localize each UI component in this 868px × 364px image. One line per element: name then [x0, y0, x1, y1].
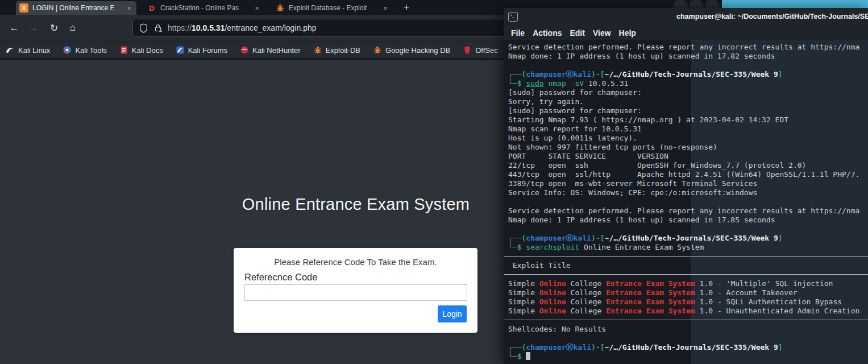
kali-nethunter-icon — [240, 46, 249, 55]
terminal-separator — [508, 252, 868, 261]
desktop: XLOGIN | Online Entrance E×DCrackStation… — [0, 0, 868, 364]
kali-forums-icon — [176, 46, 185, 55]
terminal-menubar: FileActionsEditViewHelp — [504, 26, 868, 40]
terminal-line: Nmap done: 1 IP address (1 host up) scan… — [508, 52, 868, 61]
url-host: 10.0.5.31 — [192, 23, 225, 32]
bug-icon — [276, 3, 285, 13]
bookmark-label: OffSec — [475, 46, 498, 55]
home-button[interactable]: ⌂ — [64, 19, 81, 36]
bookmark-item[interactable]: Exploit-DB — [313, 46, 360, 55]
terminal-line: Sorry, try again. — [508, 97, 868, 106]
terminal-titlebar: >_ champuser@kali: ~/Documents/GitHub/Te… — [504, 8, 868, 26]
terminal-line: Simple Online College Entrance Exam Syst… — [508, 279, 868, 288]
kali-tools-icon — [63, 46, 72, 55]
bookmark-label: Exploit-DB — [326, 46, 360, 55]
terminal-line: Shellcodes: No Results — [508, 325, 868, 334]
terminal-line — [508, 334, 868, 343]
reference-code-label: Referecnce Code — [244, 272, 317, 283]
terminal-line: └─$ sudo nmap -sV 10.0.5.31 — [508, 79, 868, 88]
bookmark-label: Kali Tools — [75, 46, 106, 55]
bookmark-label: Google Hacking DB — [385, 46, 450, 55]
browser-tab[interactable]: DCrackStation - Online Pas× — [144, 1, 264, 15]
url-text: https://10.0.5.31/entrance_exam/login.ph… — [168, 23, 317, 32]
tab-close-icon[interactable]: × — [125, 4, 133, 13]
new-tab-button[interactable]: + — [400, 1, 413, 14]
url-path: /entrance_exam/login.php — [225, 23, 316, 32]
tab-title: LOGIN | Online Entrance E — [32, 4, 125, 12]
crackstation-favicon: D — [147, 3, 156, 13]
terminal-line: Nmap done: 1 IP address (1 host up) scan… — [508, 216, 868, 225]
offsec-icon — [463, 46, 472, 55]
terminal-window: >_ champuser@kali: ~/Documents/GitHub/Te… — [504, 8, 868, 364]
terminal-line: ┌──(champuserⓀkali)-[~/…/GitHub/Tech-Jou… — [508, 234, 868, 243]
bookmark-item[interactable]: Kali NetHunter — [240, 46, 301, 55]
url-scheme: https:// — [168, 23, 192, 32]
terminal-line: Simple Online College Entrance Exam Syst… — [508, 288, 868, 297]
terminal-menu-view[interactable]: View — [593, 28, 611, 38]
bookmark-item[interactable]: Kali Tools — [63, 46, 106, 55]
terminal-separator — [508, 316, 868, 325]
terminal-line: Service Info: OS: Windows; CPE: cpe:/o:m… — [508, 188, 868, 197]
terminal-line — [508, 225, 868, 234]
terminal-line: Service detection performed. Please repo… — [508, 43, 868, 52]
terminal-line: Exploit Title — [508, 261, 868, 270]
reload-button[interactable]: ↻ — [45, 19, 63, 36]
browser-tab[interactable]: XLOGIN | Online Entrance E× — [16, 1, 136, 15]
terminal-line: └─$ searchsploit Online Entrance Exam Sy… — [508, 243, 868, 252]
tab-close-icon[interactable]: × — [253, 4, 261, 13]
forward-button[interactable]: → — [25, 19, 42, 36]
kali-docs-icon — [119, 46, 128, 55]
bookmark-item[interactable]: Kali Forums — [176, 46, 227, 55]
terminal-menu-edit[interactable]: Edit — [570, 28, 584, 38]
terminal-title: champuser@kali: ~/Documents/GitHub/Tech-… — [676, 13, 868, 20]
terminal-cursor — [526, 352, 530, 360]
terminal-line — [508, 61, 868, 70]
bug-icon — [313, 46, 322, 55]
bookmark-label: Kali NetHunter — [252, 46, 301, 55]
terminal-line: Simple Online College Entrance Exam Syst… — [508, 297, 868, 307]
bookmark-label: Kali Forums — [188, 46, 227, 55]
terminal-line: Nmap scan report for 10.0.5.31 — [508, 125, 868, 134]
browser-tab[interactable]: Exploit Database - Exploit× — [272, 1, 393, 15]
terminal-line: Starting Nmap 7.93 ( https://nmap.org ) … — [508, 115, 868, 125]
login-button[interactable]: Login — [438, 305, 467, 322]
terminal-line: Host is up (0.0011s latency). — [508, 134, 868, 143]
terminal-line — [508, 197, 868, 206]
reference-code-input[interactable] — [244, 284, 467, 301]
terminal-screen[interactable]: Service detection performed. Please repo… — [504, 40, 868, 364]
terminal-line: ┌──(champuserⓀkali)-[~/…/GitHub/Tech-Jou… — [508, 343, 868, 352]
terminal-icon: >_ — [508, 12, 518, 22]
bookmark-label: Kali Docs — [132, 46, 163, 55]
tab-close-icon[interactable]: × — [381, 4, 389, 13]
login-card: Please Reference Code To Take the Exam. … — [234, 248, 477, 333]
lock-warning-icon[interactable] — [153, 23, 163, 32]
terminal-menu-help[interactable]: Help — [619, 28, 636, 38]
terminal-line: 443/tcp open ssl/http Apache httpd 2.4.5… — [508, 170, 868, 179]
login-instruction: Please Reference Code To Take the Exam. — [234, 257, 477, 267]
bug-icon — [373, 46, 382, 55]
terminal-line: ┌──(champuserⓀkali)-[~/…/GitHub/Tech-Jou… — [508, 70, 868, 79]
shield-icon[interactable] — [139, 23, 148, 33]
terminal-line: Service detection performed. Please repo… — [508, 206, 868, 216]
bookmark-item[interactable]: OffSec — [463, 46, 498, 55]
terminal-line: Not shown: 997 filtered tcp ports (no-re… — [508, 143, 868, 152]
kali-dragon-icon — [6, 46, 15, 55]
back-button[interactable]: ← — [6, 19, 23, 36]
terminal-line: [sudo] password for champuser: — [508, 106, 868, 115]
terminal-separator — [508, 270, 868, 279]
bookmark-item[interactable]: Kali Docs — [119, 46, 163, 55]
terminal-menu-file[interactable]: File — [511, 28, 525, 38]
terminal-line: └─$ — [508, 352, 868, 361]
bookmark-item[interactable]: Kali Linux — [6, 46, 50, 55]
terminal-line: Simple Online College Entrance Exam Syst… — [508, 307, 868, 316]
bookmark-label: Kali Linux — [18, 46, 50, 55]
terminal-line: 22/tcp open ssh OpenSSH for_Windows_7.7 … — [508, 161, 868, 170]
tab-title: Exploit Database - Exploit — [289, 4, 381, 12]
bookmark-item[interactable]: Google Hacking DB — [373, 46, 450, 55]
terminal-line: 3389/tcp open ms-wbt-server Microsoft Te… — [508, 179, 868, 188]
terminal-line: [sudo] password for champuser: — [508, 88, 868, 97]
terminal-line: PORT STATE SERVICE VERSION — [508, 152, 868, 161]
terminal-menu-actions[interactable]: Actions — [533, 28, 562, 38]
xampp-favicon: X — [19, 3, 28, 13]
tab-title: CrackStation - Online Pas — [160, 4, 253, 12]
